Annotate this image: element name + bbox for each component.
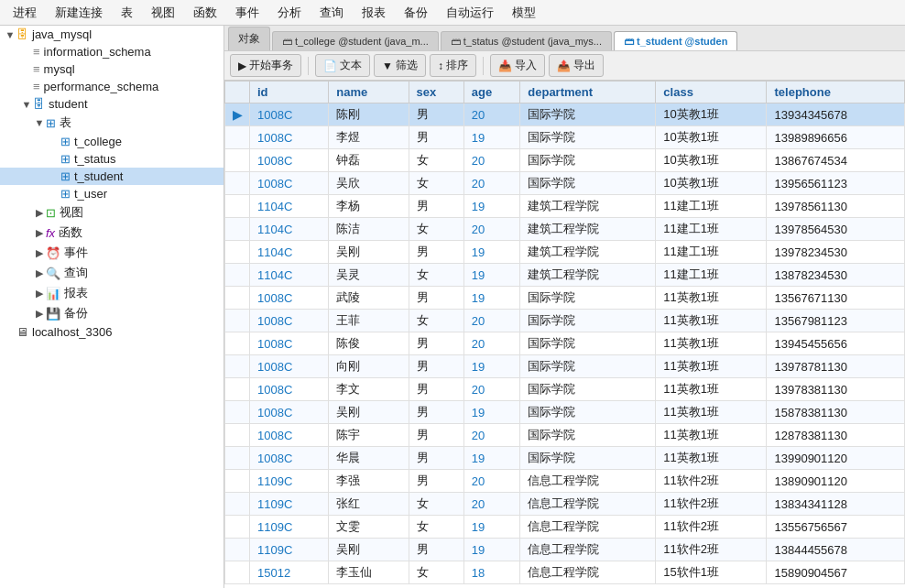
cell-department[interactable]: 建筑工程学院	[520, 264, 656, 287]
cell-name[interactable]: 钟磊	[329, 149, 409, 172]
cell-name[interactable]: 李文	[329, 378, 409, 401]
sidebar-item-queries[interactable]: ▶ 🔍 查询	[0, 263, 224, 283]
cell-age[interactable]: 20	[463, 172, 519, 195]
cell-class[interactable]: 10英教1班	[656, 103, 767, 126]
sidebar-item-performance-schema[interactable]: ≡ performance_schema	[0, 78, 224, 95]
cell-class[interactable]: 10英教1班	[656, 172, 767, 195]
cell-sex[interactable]: 男	[409, 103, 463, 126]
cell-class[interactable]: 11建工1班	[656, 195, 767, 218]
sidebar-item-localhost[interactable]: 🖥 localhost_3306	[0, 323, 224, 341]
tab-t-status[interactable]: 🗃 t_status @student (java_mys...	[441, 31, 612, 50]
table-row[interactable]: 1104C李杨男19建筑工程学院11建工1班13978561130	[225, 195, 905, 218]
cell-telephone[interactable]: 13989896656	[767, 126, 905, 149]
btn-export[interactable]: 📤 导出	[549, 54, 604, 77]
menu-report[interactable]: 报表	[353, 1, 395, 25]
cell-id[interactable]: 1008C	[250, 355, 329, 378]
sidebar-item-tables-folder[interactable]: ▼ ⊞ 表	[0, 113, 224, 133]
cell-telephone[interactable]: 13978781130	[767, 355, 905, 378]
cell-department[interactable]: 信息工程学院	[520, 470, 656, 493]
cell-department[interactable]: 信息工程学院	[520, 516, 656, 539]
cell-department[interactable]: 国际学院	[520, 332, 656, 355]
menu-table[interactable]: 表	[112, 1, 142, 25]
sidebar-item-views[interactable]: ▶ ⊡ 视图	[0, 202, 224, 223]
cell-sex[interactable]: 女	[409, 149, 463, 172]
cell-department[interactable]: 国际学院	[520, 447, 656, 470]
cell-telephone[interactable]: 13978234530	[767, 241, 905, 264]
cell-age[interactable]: 20	[463, 332, 519, 355]
menu-event[interactable]: 事件	[226, 1, 268, 25]
cell-sex[interactable]: 男	[409, 401, 463, 424]
sidebar-item-backup[interactable]: ▶ 💾 备份	[0, 303, 224, 323]
sidebar-item-mysql[interactable]: ≡ mysql	[0, 60, 224, 78]
cell-class[interactable]: 11软件2班	[656, 516, 767, 539]
menu-model[interactable]: 模型	[503, 1, 545, 25]
cell-name[interactable]: 华晨	[329, 447, 409, 470]
cell-age[interactable]: 19	[463, 264, 519, 287]
cell-age[interactable]: 19	[463, 287, 519, 310]
menu-backup[interactable]: 备份	[395, 1, 437, 25]
cell-name[interactable]: 陈洁	[329, 218, 409, 241]
cell-age[interactable]: 18	[463, 561, 519, 584]
th-id[interactable]: id	[250, 82, 329, 103]
table-row[interactable]: 1008C陈俊男20国际学院11英教1班13945455656	[225, 332, 905, 355]
btn-sort[interactable]: ↕ 排序	[430, 54, 476, 77]
cell-telephone[interactable]: 13978564530	[767, 218, 905, 241]
cell-age[interactable]: 19	[463, 195, 519, 218]
btn-filter[interactable]: ▼ 筛选	[374, 54, 426, 77]
cell-class[interactable]: 11建工1班	[656, 264, 767, 287]
cell-name[interactable]: 李杨	[329, 195, 409, 218]
menu-view[interactable]: 视图	[142, 1, 184, 25]
cell-sex[interactable]: 男	[409, 355, 463, 378]
cell-id[interactable]: 1008C	[250, 310, 329, 332]
sidebar-item-functions[interactable]: ▶ fx 函数	[0, 223, 224, 243]
cell-age[interactable]: 19	[463, 539, 519, 561]
cell-age[interactable]: 20	[463, 103, 519, 126]
table-row[interactable]: ▶1008C陈刚男20国际学院10英教1班13934345678	[225, 103, 905, 126]
cell-department[interactable]: 国际学院	[520, 149, 656, 172]
th-age[interactable]: age	[463, 82, 519, 103]
cell-department[interactable]: 国际学院	[520, 424, 656, 447]
cell-id[interactable]: 1008C	[250, 287, 329, 310]
cell-telephone[interactable]: 13956561123	[767, 172, 905, 195]
cell-id[interactable]: 1008C	[250, 149, 329, 172]
sidebar-item-java-mysql[interactable]: ▼ 🗄 java_mysql	[0, 26, 224, 43]
cell-name[interactable]: 陈刚	[329, 103, 409, 126]
cell-class[interactable]: 11软件2班	[656, 493, 767, 516]
cell-sex[interactable]: 女	[409, 264, 463, 287]
cell-department[interactable]: 信息工程学院	[520, 539, 656, 561]
table-row[interactable]: 1008C武陵男19国际学院11英教1班13567671130	[225, 287, 905, 310]
cell-id[interactable]: 1008C	[250, 172, 329, 195]
cell-class[interactable]: 11英教1班	[656, 310, 767, 332]
cell-age[interactable]: 19	[463, 355, 519, 378]
cell-age[interactable]: 19	[463, 447, 519, 470]
data-table-container[interactable]: id name sex age department class telepho…	[224, 81, 905, 588]
cell-class[interactable]: 11英教1班	[656, 424, 767, 447]
cell-telephone[interactable]: 13567981123	[767, 310, 905, 332]
cell-department[interactable]: 国际学院	[520, 103, 656, 126]
cell-sex[interactable]: 男	[409, 470, 463, 493]
cell-department[interactable]: 国际学院	[520, 287, 656, 310]
menu-auto-run[interactable]: 自动运行	[437, 1, 503, 25]
menu-new-connection[interactable]: 新建连接	[46, 1, 112, 25]
table-row[interactable]: 1109C李强男20信息工程学院11软件2班13890901120	[225, 470, 905, 493]
cell-id[interactable]: 1008C	[250, 401, 329, 424]
cell-age[interactable]: 20	[463, 378, 519, 401]
th-name[interactable]: name	[329, 82, 409, 103]
cell-telephone[interactable]: 13878234530	[767, 264, 905, 287]
cell-id[interactable]: 1008C	[250, 424, 329, 447]
cell-age[interactable]: 19	[463, 126, 519, 149]
cell-sex[interactable]: 女	[409, 561, 463, 584]
cell-id[interactable]: 1104C	[250, 241, 329, 264]
cell-telephone[interactable]: 13567671130	[767, 287, 905, 310]
cell-sex[interactable]: 男	[409, 126, 463, 149]
cell-sex[interactable]: 男	[409, 241, 463, 264]
table-row[interactable]: 1008C王菲女20国际学院11英教1班13567981123	[225, 310, 905, 332]
cell-class[interactable]: 11英教1班	[656, 355, 767, 378]
cell-name[interactable]: 吴刚	[329, 539, 409, 561]
table-row[interactable]: 1109C吴刚男19信息工程学院11软件2班13844455678	[225, 539, 905, 561]
menu-analyze[interactable]: 分析	[268, 1, 311, 25]
th-sex[interactable]: sex	[409, 82, 463, 103]
cell-department[interactable]: 建筑工程学院	[520, 218, 656, 241]
cell-telephone[interactable]: 13945455656	[767, 332, 905, 355]
menu-function[interactable]: 函数	[184, 1, 226, 25]
